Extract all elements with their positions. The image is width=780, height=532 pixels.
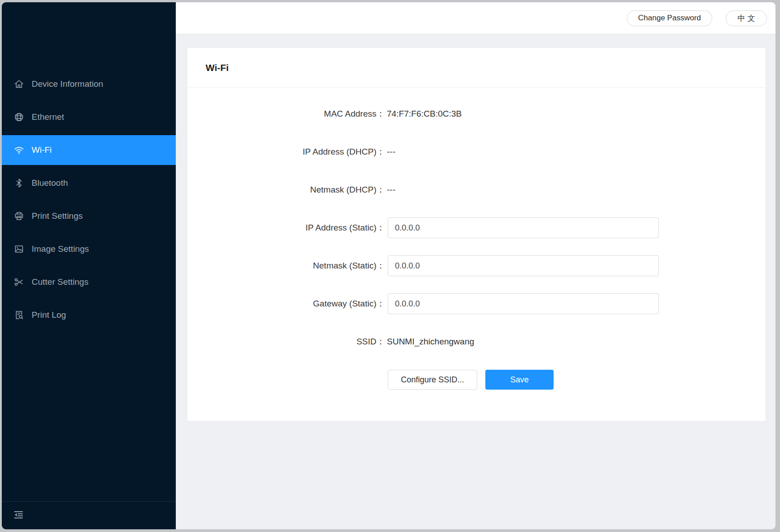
row-netmask-dhcp: Netmask (DHCP)： --- <box>188 179 766 200</box>
ip-address-static-input[interactable] <box>388 217 659 238</box>
row-gateway-static: Gateway (Static)： <box>188 293 766 314</box>
sidebar-item-label: Bluetooth <box>32 178 68 188</box>
menu-fold-icon <box>13 509 24 522</box>
home-icon <box>14 79 24 89</box>
sidebar-item-bluetooth[interactable]: Bluetooth <box>2 168 176 198</box>
netmask-dhcp-value: --- <box>387 185 395 195</box>
netmask-dhcp-label: Netmask (DHCP)： <box>188 184 385 196</box>
sidebar-item-print-log[interactable]: Print Log <box>2 300 176 330</box>
sidebar-item-label: Wi-Fi <box>32 145 52 155</box>
bluetooth-icon <box>14 178 24 188</box>
scissors-icon <box>14 277 24 287</box>
mac-address-value: 74:F7:F6:CB:0C:3B <box>387 109 462 119</box>
netmask-static-input[interactable] <box>388 255 659 276</box>
ip-dhcp-label: IP Address (DHCP)： <box>188 146 385 158</box>
sidebar-item-wifi[interactable]: Wi-Fi <box>2 135 176 165</box>
gateway-static-input[interactable] <box>388 293 659 314</box>
sidebar-item-label: Print Settings <box>32 211 83 221</box>
sidebar-item-print-settings[interactable]: Print Settings <box>2 201 176 231</box>
netmask-static-label: Netmask (Static)： <box>188 260 385 272</box>
row-ssid: SSID： SUNMI_zhichengwang <box>188 331 766 352</box>
sidebar-item-label: Print Log <box>32 310 66 320</box>
change-password-button[interactable]: Change Password <box>627 10 712 26</box>
configure-ssid-button[interactable]: Configure SSID... <box>388 370 477 390</box>
ssid-label: SSID： <box>188 336 385 348</box>
sidebar-item-cutter-settings[interactable]: Cutter Settings <box>2 267 176 297</box>
sidebar-item-label: Image Settings <box>32 244 89 254</box>
page-title: Wi-Fi <box>206 62 229 73</box>
sidebar-item-image-settings[interactable]: Image Settings <box>2 234 176 264</box>
sidebar: Device Information Ethernet <box>2 2 176 529</box>
sidebar-footer <box>2 501 176 529</box>
row-mac-address: MAC Address： 74:F7:F6:CB:0C:3B <box>188 104 766 124</box>
row-ip-address-dhcp: IP Address (DHCP)： --- <box>188 141 766 162</box>
sidebar-item-label: Device Information <box>32 79 103 89</box>
printer-icon <box>14 211 24 221</box>
ip-dhcp-value: --- <box>387 147 395 157</box>
wifi-icon <box>14 145 24 155</box>
topbar: Change Password 中文 <box>176 2 775 34</box>
gateway-static-label: Gateway (Static)： <box>188 298 385 310</box>
ssid-value: SUNMI_zhichengwang <box>387 337 474 347</box>
mac-address-label: MAC Address： <box>188 108 385 120</box>
globe-icon <box>14 112 24 122</box>
panel-header: Wi-Fi <box>188 48 766 88</box>
save-button[interactable]: Save <box>485 370 554 390</box>
collapse-sidebar-button[interactable] <box>13 509 24 522</box>
app-window: Device Information Ethernet <box>2 2 775 529</box>
main-content: Wi-Fi MAC Address： 74:F7:F6:CB:0C:3B IP … <box>176 34 775 529</box>
ip-static-label: IP Address (Static)： <box>188 222 385 234</box>
wifi-form: MAC Address： 74:F7:F6:CB:0C:3B IP Addres… <box>188 88 766 390</box>
sidebar-menu: Device Information Ethernet <box>2 2 176 330</box>
sidebar-item-label: Cutter Settings <box>32 277 89 287</box>
sidebar-item-label: Ethernet <box>32 112 64 122</box>
sidebar-item-device-information[interactable]: Device Information <box>2 69 176 99</box>
sidebar-item-ethernet[interactable]: Ethernet <box>2 102 176 132</box>
language-toggle-button[interactable]: 中文 <box>726 10 767 26</box>
row-actions: Configure SSID... Save <box>188 369 766 390</box>
image-icon <box>14 244 24 254</box>
file-search-icon <box>14 310 24 320</box>
row-ip-address-static: IP Address (Static)： <box>188 217 766 238</box>
row-netmask-static: Netmask (Static)： <box>188 255 766 276</box>
wifi-panel: Wi-Fi MAC Address： 74:F7:F6:CB:0C:3B IP … <box>188 48 766 421</box>
